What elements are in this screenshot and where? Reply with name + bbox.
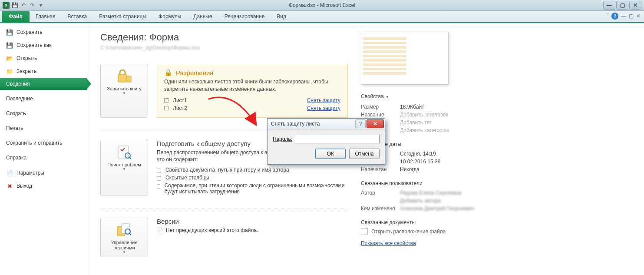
- prop-value: 18,9Кбайт: [400, 104, 424, 110]
- maximize-button[interactable]: ▢: [616, 1, 628, 10]
- undo-icon[interactable]: ↶: [20, 2, 27, 9]
- tab-insert[interactable]: Вставка: [62, 11, 93, 22]
- permissions-text: Один или несколько листов этой книги был…: [164, 78, 340, 93]
- title-text: Разрешения: [176, 69, 213, 76]
- sidebar-label: Создать: [6, 110, 26, 116]
- file-path: C:\Users\alekseev_dg\Desktop\Форма.xlsx: [100, 45, 348, 51]
- sidebar-print[interactable]: Печать: [0, 122, 87, 134]
- prop-value-placeholder[interactable]: Добавить категорию: [400, 127, 449, 133]
- bullet-icon: [157, 176, 161, 181]
- sidebar-recent[interactable]: Последние: [0, 93, 87, 105]
- window-title: Форма.xlsx - Microsoft Excel: [289, 2, 355, 8]
- prop-value-placeholder[interactable]: Добавить заголовок: [400, 112, 448, 118]
- workbook-close-icon[interactable]: ✕: [636, 13, 641, 19]
- sidebar-label: Сохранить и отправить: [6, 140, 63, 146]
- ok-button[interactable]: ОК: [315, 149, 346, 159]
- prepare-item: Содержимое, при чтении которого люди с о…: [157, 182, 348, 195]
- chevron-down-icon: ▼: [102, 167, 146, 171]
- versions-icon: [102, 222, 146, 238]
- sidebar-options[interactable]: 📄Параметры: [0, 166, 87, 179]
- unprotect-link[interactable]: Снять защиту: [307, 97, 340, 103]
- minimize-button[interactable]: —: [603, 1, 615, 10]
- prop-value-placeholder[interactable]: Добавить тег: [400, 119, 432, 126]
- inspect-icon: [102, 144, 146, 160]
- prop-value: 10.02.2016 15:39: [400, 159, 440, 165]
- tab-formulas[interactable]: Формулы: [152, 11, 187, 22]
- help-icon[interactable]: ?: [611, 13, 618, 20]
- open-loc-label: Открыть расположение файла: [371, 229, 446, 235]
- sidebar-new[interactable]: Создать: [0, 107, 87, 119]
- ribbon-tabs: Файл Главная Вставка Разметка страницы Ф…: [0, 11, 644, 23]
- manage-versions-button[interactable]: Управление версиями ▼: [100, 218, 148, 257]
- tab-review[interactable]: Рецензирование: [218, 11, 271, 22]
- close-button[interactable]: ✕: [629, 1, 641, 10]
- sidebar-open[interactable]: 📂Открыть: [0, 52, 87, 65]
- sidebar-label: Сохранить как: [17, 42, 51, 48]
- dialog-titlebar[interactable]: Снять защиту листа ? ✕: [268, 119, 385, 129]
- tab-page-layout[interactable]: Разметка страницы: [93, 11, 152, 22]
- versions-text: 📄Нет предыдущих версий этого файла.: [157, 227, 348, 234]
- related-docs-heading: Связанные документы: [361, 219, 640, 225]
- prop-value: Алексеев Дмитрий Георгиевич: [400, 205, 474, 212]
- bullet-icon: [164, 98, 168, 103]
- prop-key: Название: [361, 112, 400, 118]
- item-text: Скрытые столбцы: [165, 175, 209, 181]
- sidebar-label: Выход: [17, 183, 32, 189]
- redo-icon[interactable]: ↷: [29, 2, 36, 9]
- sidebar-label: Печать: [6, 125, 23, 131]
- sidebar-save-as[interactable]: 💾Сохранить как: [0, 39, 87, 52]
- tab-home[interactable]: Главная: [30, 11, 62, 22]
- workbook-minimize-icon[interactable]: —: [621, 13, 626, 19]
- save-as-icon: 💾: [6, 42, 13, 49]
- open-file-location[interactable]: Открыть расположение файла: [361, 228, 640, 235]
- qat-dropdown-icon[interactable]: ▾: [37, 2, 44, 9]
- titlebar: X 💾 ↶ ↷ ▾ Форма.xlsx - Microsoft Excel —…: [0, 0, 644, 11]
- excel-logo-icon: X: [3, 2, 10, 9]
- prop-value: Никогда: [400, 166, 419, 172]
- sidebar-label: Сведения: [6, 81, 30, 87]
- prop-key: Кем изменено: [361, 205, 400, 212]
- sidebar-label: Открыть: [17, 55, 37, 61]
- protected-sheet-row: Лист1 Снять защиту: [164, 96, 340, 104]
- tab-data[interactable]: Данные: [187, 11, 218, 22]
- folder-icon: [361, 228, 368, 235]
- related-users-heading: Связанные пользователи: [361, 180, 640, 186]
- prepare-item: Свойства документа, путь к принтеру и им…: [157, 166, 348, 174]
- sidebar-help[interactable]: Справка: [0, 152, 87, 164]
- show-all-properties-link[interactable]: Показать все свойства: [361, 240, 416, 246]
- protect-workbook-button[interactable]: Защитить книгу ▼: [100, 64, 148, 118]
- unprotect-link[interactable]: Снять защиту: [307, 105, 340, 111]
- svg-rect-1: [127, 76, 131, 82]
- ribbon-minimize-icon[interactable]: ˇ: [607, 13, 609, 19]
- add-author-link[interactable]: Добавить автора: [400, 198, 441, 204]
- tab-file[interactable]: Файл: [2, 11, 30, 22]
- versions-text-label: Нет предыдущих версий этого файла.: [166, 227, 258, 233]
- tab-view[interactable]: Вид: [271, 11, 292, 22]
- sheet-name: Лист2: [173, 105, 307, 111]
- workbook-restore-icon[interactable]: ▢: [629, 13, 634, 19]
- password-input[interactable]: [295, 135, 380, 143]
- sidebar-label: Последние: [6, 96, 33, 102]
- properties-panel: Свойства▼ Размер18,9Кбайт НазваниеДобави…: [348, 32, 640, 272]
- item-text: Содержимое, при чтении которого люди с о…: [165, 182, 348, 195]
- check-issues-button[interactable]: Поиск проблем ▼: [100, 140, 148, 196]
- dialog-close-button[interactable]: ✕: [367, 119, 384, 128]
- cancel-button[interactable]: Отмена: [349, 149, 380, 159]
- document-thumbnail[interactable]: [361, 32, 449, 85]
- sidebar-exit[interactable]: ✖Выход: [0, 179, 87, 192]
- sidebar-save[interactable]: 💾Сохранить: [0, 26, 87, 39]
- dialog-help-button[interactable]: ?: [355, 119, 366, 128]
- sidebar-close[interactable]: 📁Закрыть: [0, 65, 87, 78]
- prepare-item: Скрытые столбцы: [157, 174, 348, 182]
- save-icon[interactable]: 💾: [11, 2, 18, 9]
- item-text: Свойства документа, путь к принтеру и им…: [165, 167, 289, 173]
- options-icon: 📄: [6, 169, 13, 176]
- open-icon: 📂: [6, 55, 13, 62]
- sidebar-label: Сохранить: [17, 29, 43, 35]
- properties-dropdown[interactable]: Свойства▼: [361, 93, 640, 99]
- sidebar-save-send[interactable]: Сохранить и отправить: [0, 137, 87, 149]
- prop-value: Сегодня, 14:19: [400, 151, 436, 157]
- sidebar-label: Параметры: [17, 170, 44, 176]
- bullet-icon: [157, 169, 161, 173]
- sidebar-info[interactable]: Сведения: [0, 78, 87, 90]
